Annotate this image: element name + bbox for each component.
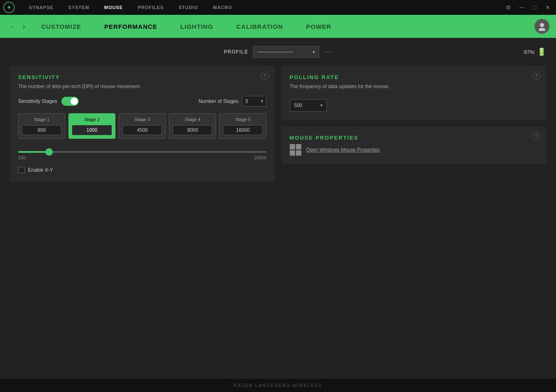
sensitivity-help-button[interactable]: ?	[261, 72, 269, 80]
stage-4-label: Stage 4	[185, 117, 200, 122]
sensitivity-title: SENSITIVITY	[18, 74, 267, 80]
stages-toggle[interactable]	[61, 97, 79, 106]
stage-1-input[interactable]	[22, 125, 61, 135]
slider-labels: 100 16000	[18, 155, 267, 160]
svg-point-3	[539, 28, 545, 31]
profile-bar: PROFILE ────────── ▼ ··· 97% 🔋	[10, 46, 546, 58]
enable-xy-checkbox[interactable]	[18, 167, 25, 173]
title-bar: ✦ SYNAPSE SYSTEM MOUSE PROFILES STUDIO M…	[0, 0, 556, 15]
nav-macro[interactable]: MACRO	[206, 0, 240, 15]
nav-profiles[interactable]: PROFILES	[130, 0, 171, 15]
svg-point-2	[540, 23, 544, 27]
stage-1-label: Stage 1	[34, 117, 49, 122]
main-grid: ? SENSITIVITY The number of dots-per-inc…	[10, 66, 546, 182]
tab-performance[interactable]: PERFORMANCE	[93, 15, 169, 38]
windows-icon-sq-1	[290, 144, 295, 149]
stage-3-label: Stage 3	[134, 117, 150, 122]
nav-system[interactable]: SYSTEM	[61, 0, 97, 15]
footer: RAZER LANCEHEAD WIRELESS	[0, 379, 556, 392]
profile-more-button[interactable]: ···	[324, 48, 332, 56]
battery-percentage: 97%	[524, 49, 535, 55]
polling-rate-title: POLLING RATE	[290, 74, 538, 80]
tab-customize[interactable]: CUSTOMIZE	[30, 15, 93, 38]
stages-grid: Stage 1 Stage 2 Stage 3 Stage 4 Stage 5	[18, 113, 267, 139]
device-name: RAZER LANCEHEAD WIRELESS	[234, 383, 322, 388]
num-stages-select[interactable]: 5	[242, 96, 267, 107]
profile-avatar[interactable]	[535, 19, 549, 34]
stage-2-label: Stage 2	[84, 117, 100, 122]
stage-2-input[interactable]	[72, 125, 112, 135]
windows-icon	[290, 144, 301, 156]
sensitivity-controls: Sensitivity Stages Number of Stages 5 ▼	[18, 96, 267, 107]
windows-icon-sq-4	[296, 150, 301, 156]
stage-4-box[interactable]: Stage 4	[169, 113, 216, 139]
enable-xy-row: Enable X-Y	[18, 167, 267, 173]
stages-toggle-group: Sensitivity Stages	[18, 97, 79, 106]
profile-select[interactable]: ──────────	[253, 46, 319, 58]
profile-label: PROFILE	[224, 49, 248, 55]
stage-5-box[interactable]: Stage 5	[219, 113, 266, 139]
polling-select-wrapper: 125 250 500 1000 ▼	[290, 99, 327, 112]
settings-button[interactable]: ⚙	[503, 2, 513, 12]
mouse-properties-title: MOUSE PROPERTIES	[290, 135, 538, 141]
stages-toggle-label: Sensitivity Stages	[18, 98, 57, 104]
polling-rate-select[interactable]: 125 250 500 1000	[290, 99, 327, 112]
num-stages-select-wrapper: 5 ▼	[242, 96, 267, 107]
top-nav: SYNAPSE SYSTEM MOUSE PROFILES STUDIO MAC…	[21, 0, 503, 15]
stage-3-box[interactable]: Stage 3	[119, 113, 166, 139]
polling-help-button[interactable]: ?	[532, 72, 540, 80]
windows-icon-sq-3	[290, 150, 295, 156]
maximize-button[interactable]: □	[530, 2, 540, 12]
polling-rate-panel: ? POLLING RATE The frequency of data upd…	[282, 66, 547, 120]
sensitivity-description: The number of dots-per-inch (DPI) of mou…	[18, 84, 267, 89]
minimize-button[interactable]: ─	[516, 2, 526, 12]
num-stages-label: Number of Stages	[199, 98, 239, 104]
sensitivity-slider-container: 100 16000	[18, 147, 267, 160]
profile-select-wrapper: ────────── ▼	[253, 46, 319, 58]
forward-arrow[interactable]: ›	[18, 21, 30, 32]
tab-lighting[interactable]: LIGHTING	[169, 15, 225, 38]
stage-5-input[interactable]	[223, 125, 263, 135]
stage-2-box[interactable]: Stage 2	[68, 113, 115, 139]
right-panels: ? POLLING RATE The frequency of data upd…	[282, 66, 547, 182]
enable-xy-label: Enable X-Y	[28, 167, 53, 173]
polling-rate-description: The frequency of data updates for the mo…	[290, 84, 538, 89]
back-arrow[interactable]: ‹	[7, 21, 18, 32]
open-mouse-properties-link[interactable]: Open Windows Mouse Properties	[306, 147, 380, 153]
mouse-props-help-button[interactable]: ?	[532, 132, 540, 140]
stage-5-label: Stage 5	[235, 117, 251, 122]
slider-max-label: 16000	[254, 155, 267, 160]
num-stages-group: Number of Stages 5 ▼	[199, 96, 267, 107]
sub-nav: ‹ › CUSTOMIZE PERFORMANCE LIGHTING CALIB…	[0, 15, 556, 38]
app-logo: ✦	[3, 2, 15, 13]
close-button[interactable]: ✕	[543, 2, 553, 12]
main-content: PROFILE ────────── ▼ ··· 97% 🔋 ? SENSITI…	[0, 38, 556, 379]
stage-3-input[interactable]	[122, 125, 162, 135]
window-controls: ⚙ ─ □ ✕	[503, 2, 553, 12]
mouse-props-link: Open Windows Mouse Properties	[290, 144, 538, 156]
tab-calibration[interactable]: CALIBRATION	[225, 15, 294, 38]
sensitivity-panel: ? SENSITIVITY The number of dots-per-inc…	[10, 66, 275, 182]
nav-studio[interactable]: STUDIO	[171, 0, 206, 15]
sensitivity-slider[interactable]	[18, 151, 267, 153]
sub-nav-items: CUSTOMIZE PERFORMANCE LIGHTING CALIBRATI…	[30, 15, 535, 38]
nav-mouse[interactable]: MOUSE	[97, 0, 130, 15]
tab-power[interactable]: POWER	[294, 15, 343, 38]
svg-text:✦: ✦	[7, 4, 12, 11]
battery-info: 97% 🔋	[524, 47, 546, 56]
battery-icon: 🔋	[537, 47, 546, 56]
stage-1-box[interactable]: Stage 1	[18, 113, 65, 139]
stage-4-input[interactable]	[173, 125, 212, 135]
mouse-properties-panel: ? MOUSE PROPERTIES Open Windows Mouse Pr…	[282, 126, 547, 164]
nav-synapse[interactable]: SYNAPSE	[21, 0, 61, 15]
windows-icon-sq-2	[296, 144, 301, 149]
slider-min-label: 100	[18, 155, 26, 160]
